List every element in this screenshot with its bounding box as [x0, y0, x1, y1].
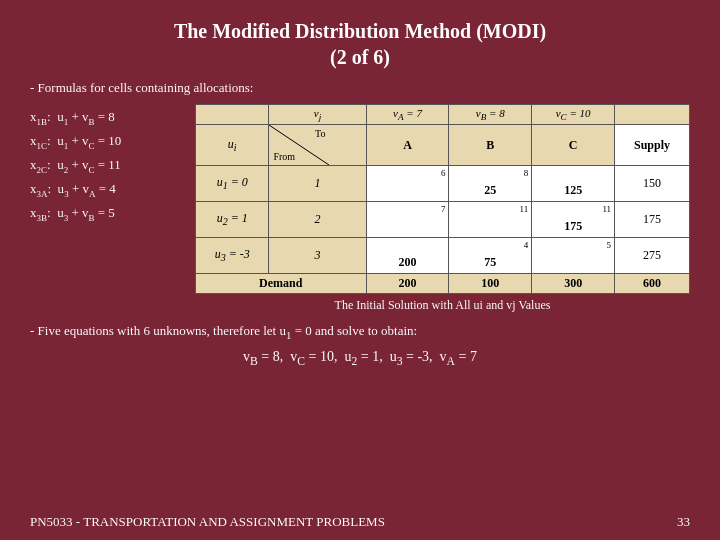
row1-num: 1: [269, 166, 366, 202]
demand-c: 300: [532, 274, 615, 294]
demand-b: 100: [449, 274, 532, 294]
formula-x3a: x3A: u3 + vA = 4: [30, 178, 185, 202]
vj-label: [196, 105, 269, 125]
col-c: C: [532, 125, 615, 166]
cell-2c: 11 175: [532, 202, 615, 238]
cell-2a: 7: [366, 202, 449, 238]
demand-row: Demand 200 100 300 600: [196, 274, 690, 294]
cell-3a: 200: [366, 238, 449, 274]
cell-1c: 125: [532, 166, 615, 202]
demand-a: 200: [366, 274, 449, 294]
cell-3b: 4 75: [449, 238, 532, 274]
page: The Modified Distribution Method (MODI) …: [0, 0, 720, 540]
ui-header: ui: [196, 125, 269, 166]
demand-label: Demand: [196, 274, 367, 294]
formulas-list: x1B: u1 + vB = 8 x1C: u1 + vC = 10 x2C: …: [30, 106, 185, 225]
table-caption: The Initial Solution with All ui and vj …: [195, 298, 690, 313]
cell-2b: 11: [449, 202, 532, 238]
formulas-label: - Formulas for cells containing allocati…: [30, 80, 690, 96]
formula-x3b: x3B: u3 + vB = 5: [30, 202, 185, 226]
u2-label: u2 = 1: [196, 202, 269, 238]
vb-value: vB = 8: [449, 105, 532, 125]
formula-x1c: x1C: u1 + vC = 10: [30, 130, 185, 154]
footer: PN5033 - TRANSPORTATION AND ASSIGNMENT P…: [0, 514, 720, 530]
row2-num: 2: [269, 202, 366, 238]
cell-3c: 5: [532, 238, 615, 274]
page-title: The Modified Distribution Method (MODI) …: [30, 18, 690, 70]
supply-3: 275: [615, 238, 690, 274]
col-b: B: [449, 125, 532, 166]
supply-2: 175: [615, 202, 690, 238]
table-area: vj vA = 7 vB = 8 vC = 10 ui: [195, 104, 690, 313]
table-row-2: u2 = 1 2 7 11 11 175 175: [196, 202, 690, 238]
row3-num: 3: [269, 238, 366, 274]
supply-header: Supply: [615, 125, 690, 166]
footer-course: PN5033 - TRANSPORTATION AND ASSIGNMENT P…: [30, 514, 385, 530]
bottom-values: vB = 8, vC = 10, u2 = 1, u3 = -3, vA = 7: [30, 349, 690, 368]
footer-page: 33: [677, 514, 690, 530]
tofrom-cell: To From: [269, 125, 366, 166]
u1-label: u1 = 0: [196, 166, 269, 202]
col-header-row: ui To From A B C: [196, 125, 690, 166]
u3-label: u3 = -3: [196, 238, 269, 274]
va-value: vA = 7: [366, 105, 449, 125]
table-row-3: u3 = -3 3 200 4 75 5 275: [196, 238, 690, 274]
main-content: x1B: u1 + vB = 8 x1C: u1 + vC = 10 x2C: …: [30, 104, 690, 313]
vj-symbol: vj: [269, 105, 366, 125]
demand-total: 600: [615, 274, 690, 294]
vj-supply-blank: [615, 105, 690, 125]
vj-row: vj vA = 7 vB = 8 vC = 10: [196, 105, 690, 125]
cell-1b: 8 25: [449, 166, 532, 202]
col-a: A: [366, 125, 449, 166]
bottom-text: - Five equations with 6 unknowns, theref…: [30, 323, 690, 341]
supply-1: 150: [615, 166, 690, 202]
vc-value: vC = 10: [532, 105, 615, 125]
formula-x1b: x1B: u1 + vB = 8: [30, 106, 185, 130]
table-row-1: u1 = 0 1 6 8 25 125 150: [196, 166, 690, 202]
cell-1a: 6: [366, 166, 449, 202]
formula-x2c: x2C: u2 + vC = 11: [30, 154, 185, 178]
transportation-table: vj vA = 7 vB = 8 vC = 10 ui: [195, 104, 690, 294]
